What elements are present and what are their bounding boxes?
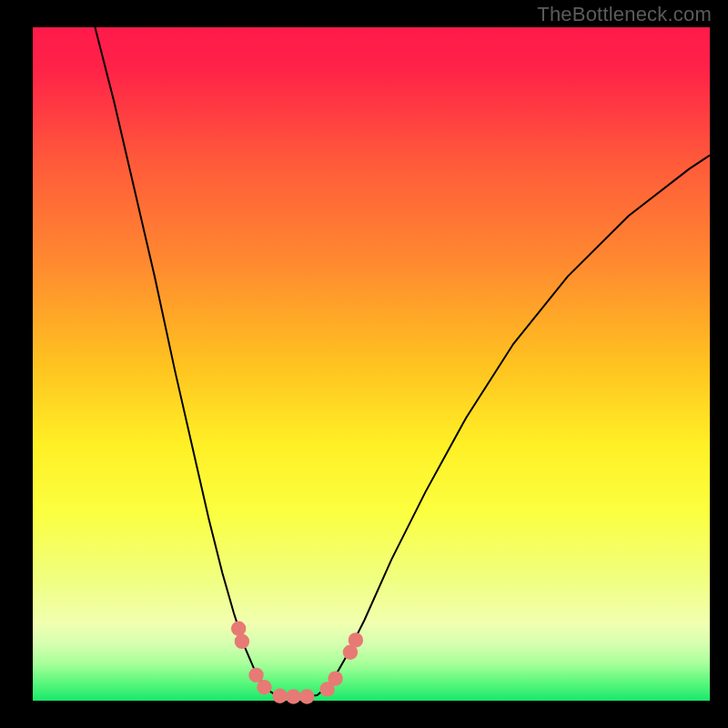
curve-marker [299, 689, 314, 703]
curve-marker [349, 632, 363, 647]
curve-marker [235, 634, 249, 649]
curve-marker [328, 671, 342, 685]
curve-marker [286, 689, 300, 703]
curve-marker [248, 668, 263, 682]
watermark-text: TheBottleneck.com [537, 3, 712, 26]
curve-marker [272, 689, 287, 703]
plot-area [33, 27, 710, 701]
curve-marker [231, 622, 246, 636]
curve-marker [257, 680, 271, 694]
bottleneck-chart [0, 0, 728, 728]
chart-frame: TheBottleneck.com [0, 0, 728, 728]
